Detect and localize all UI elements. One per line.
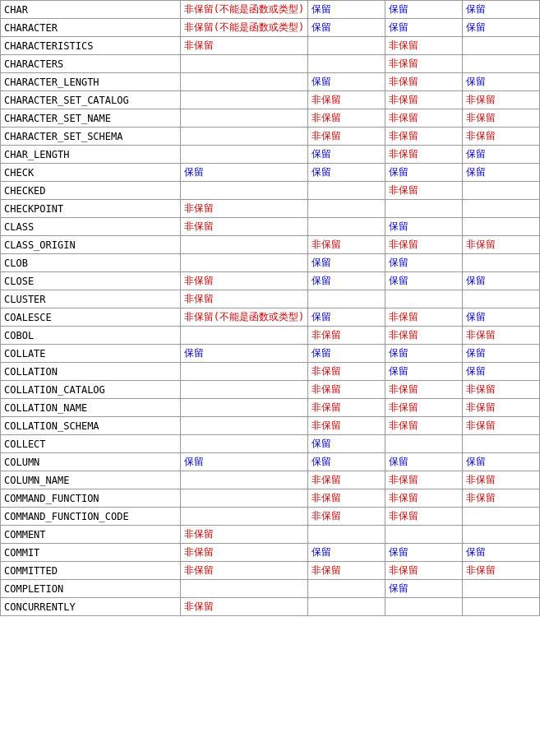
status-cell: 保留 <box>385 580 463 598</box>
status-cell: 非保留 <box>385 109 463 128</box>
status-cell <box>180 471 307 489</box>
table-row: COLUMN_NAME非保留非保留非保留 <box>1 471 540 489</box>
status-cell <box>180 327 307 345</box>
table-row: CHECKPOINT非保留 <box>1 200 540 218</box>
status-cell: 非保留 <box>385 417 463 435</box>
status-cell <box>180 55 307 73</box>
keyword-cell: COLLATION <box>1 363 181 381</box>
status-cell: 非保留 <box>463 381 540 399</box>
status-cell: 非保留 <box>308 327 385 345</box>
status-cell: 非保留 <box>180 526 307 544</box>
status-cell: 保留 <box>308 1 385 19</box>
status-cell: 非保留 <box>463 471 540 489</box>
status-cell: 保留 <box>463 272 540 290</box>
status-cell: 非保留 <box>308 109 385 128</box>
status-cell <box>308 218 385 236</box>
keyword-cell: COLUMN_NAME <box>1 471 181 489</box>
status-cell: 非保留 <box>308 471 385 489</box>
status-cell <box>463 254 540 272</box>
status-cell: 非保留 <box>385 236 463 254</box>
status-cell: 保留 <box>385 19 463 37</box>
keyword-cell: CHECKED <box>1 182 181 200</box>
table-row: CHARACTER_LENGTH保留非保留保留 <box>1 73 540 91</box>
status-cell: 保留 <box>308 345 385 363</box>
status-cell <box>463 55 540 73</box>
status-cell: 保留 <box>180 345 307 363</box>
table-row: COLUMN保留保留保留保留 <box>1 453 540 471</box>
status-cell: 非保留 <box>308 91 385 109</box>
status-cell: 保留 <box>308 254 385 272</box>
table-row: CLASS_ORIGIN非保留非保留非保留 <box>1 236 540 254</box>
status-cell: 保留 <box>385 345 463 363</box>
status-cell: 保留 <box>308 272 385 290</box>
status-cell: 保留 <box>463 345 540 363</box>
status-cell <box>385 435 463 453</box>
keywords-table: CHAR非保留(不能是函数或类型)保留保留保留CHARACTER非保留(不能是函… <box>0 0 540 616</box>
status-cell <box>180 435 307 453</box>
status-cell <box>180 73 307 91</box>
status-cell: 非保留 <box>308 489 385 508</box>
keyword-cell: CHECKPOINT <box>1 200 181 218</box>
status-cell: 保留 <box>385 1 463 19</box>
status-cell: 保留 <box>385 164 463 182</box>
keyword-cell: COMMITTED <box>1 562 181 580</box>
table-row: CLOB保留保留 <box>1 254 540 272</box>
table-row: CHARACTER_SET_SCHEMA非保留非保留非保留 <box>1 128 540 146</box>
status-cell <box>463 290 540 308</box>
keyword-cell: COBOL <box>1 327 181 345</box>
table-row: CHECK保留保留保留保留 <box>1 164 540 182</box>
status-cell: 保留 <box>308 453 385 471</box>
status-cell: 非保留 <box>385 489 463 508</box>
table-row: COLLATE保留保留保留保留 <box>1 345 540 363</box>
status-cell: 保留 <box>180 453 307 471</box>
table-row: CONCURRENTLY非保留 <box>1 598 540 616</box>
table-row: COMMENT非保留 <box>1 526 540 544</box>
status-cell <box>308 580 385 598</box>
status-cell: 非保留 <box>180 562 307 580</box>
status-cell: 非保留 <box>385 399 463 417</box>
status-cell: 保留 <box>308 19 385 37</box>
status-cell: 非保留 <box>385 55 463 73</box>
status-cell: 保留 <box>463 453 540 471</box>
status-cell: 非保留(不能是函数或类型) <box>180 1 307 19</box>
status-cell: 非保留 <box>463 128 540 146</box>
status-cell: 非保留 <box>385 327 463 345</box>
table-row: CHARACTERS非保留 <box>1 55 540 73</box>
keyword-cell: COMPLETION <box>1 580 181 598</box>
table-row: COMMIT非保留保留保留保留 <box>1 544 540 562</box>
status-cell <box>308 290 385 308</box>
status-cell <box>463 598 540 616</box>
status-cell <box>180 399 307 417</box>
status-cell: 非保留 <box>180 598 307 616</box>
status-cell: 非保留 <box>463 489 540 508</box>
status-cell: 非保留(不能是函数或类型) <box>180 19 307 37</box>
status-cell: 非保留 <box>385 381 463 399</box>
status-cell: 非保留 <box>385 37 463 55</box>
table-row: COLLATION非保留保留保留 <box>1 363 540 381</box>
status-cell <box>463 435 540 453</box>
status-cell <box>385 290 463 308</box>
status-cell: 非保留 <box>308 562 385 580</box>
status-cell: 非保留 <box>385 73 463 91</box>
status-cell <box>463 182 540 200</box>
status-cell: 非保留 <box>180 544 307 562</box>
status-cell: 保留 <box>308 544 385 562</box>
status-cell: 非保留 <box>180 37 307 55</box>
table-row: CHARACTERISTICS非保留非保留 <box>1 37 540 55</box>
status-cell: 非保留 <box>463 399 540 417</box>
status-cell: 非保留 <box>180 272 307 290</box>
status-cell: 非保留 <box>308 128 385 146</box>
keyword-cell: COMMAND_FUNCTION_CODE <box>1 508 181 526</box>
status-cell <box>180 489 307 508</box>
table-row: CHARACTER非保留(不能是函数或类型)保留保留保留 <box>1 19 540 37</box>
status-cell: 保留 <box>463 544 540 562</box>
status-cell: 非保留(不能是函数或类型) <box>180 308 307 327</box>
status-cell <box>180 254 307 272</box>
status-cell: 非保留 <box>308 363 385 381</box>
status-cell: 保留 <box>385 363 463 381</box>
status-cell <box>308 526 385 544</box>
status-cell: 非保留 <box>308 417 385 435</box>
table-row: CLASS非保留保留 <box>1 218 540 236</box>
keyword-cell: CHARACTER_SET_NAME <box>1 109 181 128</box>
status-cell <box>180 91 307 109</box>
